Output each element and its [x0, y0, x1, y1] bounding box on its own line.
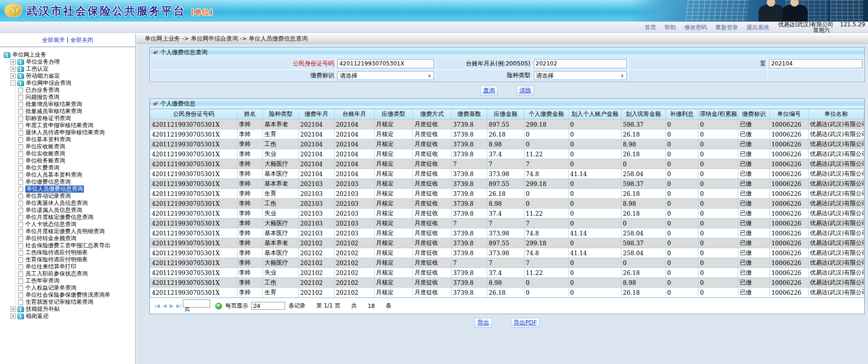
- table-cell: 基本养老: [263, 179, 299, 189]
- table-cell: 42011219930705301X: [150, 169, 237, 179]
- login-date: 121.5.29: [840, 21, 865, 28]
- table-cell: 10006226: [770, 120, 808, 129]
- clear-button[interactable]: 清除: [516, 86, 534, 96]
- table-cell: 失业: [263, 149, 299, 159]
- sidebar-item[interactable]: 个人卡状态信息查询: [18, 221, 134, 228]
- table-cell: 897.55: [487, 238, 524, 248]
- table-cell: 26.18: [621, 129, 665, 139]
- sidebar-item[interactable]: 单位人员基本资料查询: [18, 171, 134, 178]
- sidebar-item[interactable]: 工伤年审查询: [18, 277, 134, 284]
- expand-node-icon[interactable]: +: [10, 307, 16, 312]
- top-nav-link[interactable]: 重新登录: [715, 24, 738, 31]
- tree-branch[interactable]: +稳岗返还: [10, 313, 134, 320]
- table-cell: 月度征收: [413, 238, 451, 248]
- expand-all-link[interactable]: 全部展开: [42, 37, 65, 43]
- sidebar-item[interactable]: 单位税务账查询: [18, 157, 134, 164]
- per-page-input[interactable]: [251, 302, 285, 310]
- table-cell: 失业: [263, 268, 299, 278]
- collapse-node-icon[interactable]: -: [10, 81, 16, 86]
- sidebar-item[interactable]: 单位往来结算单打印: [18, 263, 134, 270]
- top-nav-link[interactable]: 修改密码: [684, 24, 707, 31]
- first-page-icon[interactable]: |◀: [155, 303, 159, 309]
- company-info: 优易达(武汉)有限公司121.5.29 星期六: [778, 22, 865, 33]
- tree-root[interactable]: 单位网上业务: [4, 51, 134, 58]
- sidebar-item[interactable]: 单位遗属人员信息查询: [18, 207, 134, 214]
- insurance-type-select[interactable]: 请选择∨: [534, 71, 627, 80]
- table-cell: 0: [665, 139, 698, 149]
- sidebar-item[interactable]: 单位月度核定缴费信息查询: [18, 214, 134, 221]
- table-cell: 月核定: [374, 288, 413, 298]
- prev-page-icon[interactable]: ◀: [163, 303, 166, 309]
- table-cell: 月核定: [374, 199, 413, 209]
- expand-node-icon[interactable]: +: [10, 73, 16, 79]
- tree-branch[interactable]: -单位网申综合查询: [10, 80, 134, 87]
- table-cell: 基本医疗: [263, 248, 299, 258]
- sidebar-item[interactable]: 单位缴费信息查询: [18, 178, 134, 186]
- id-number-input[interactable]: [337, 59, 434, 68]
- pay-flag-select[interactable]: 请选择∨: [337, 71, 434, 80]
- expand-node-icon[interactable]: +: [10, 314, 16, 319]
- tree-branch[interactable]: +工伤认定: [10, 65, 134, 73]
- sidebar-item[interactable]: 已办业务查询: [18, 87, 134, 94]
- sidebar-item[interactable]: 生育就医登记审核结果查询: [18, 299, 134, 306]
- table-cell: 月核定: [374, 129, 413, 139]
- query-button[interactable]: 查询: [480, 86, 498, 96]
- sidebar-item[interactable]: 生育保险待遇应付明细表: [18, 256, 134, 263]
- sidebar-item[interactable]: 年度工资申报审核结果查询: [18, 122, 134, 129]
- tree-branch[interactable]: +技能提升补贴: [10, 306, 134, 313]
- pagination-bar: |◀ ◀ ▶ ▶| 翻到第页 每页显示 条记录 第 1/1 页 共 18 条: [150, 298, 864, 314]
- table-cell: 0: [665, 189, 698, 199]
- sidebar-item[interactable]: 单位离退休人员信息查询: [18, 200, 134, 207]
- top-nav-link[interactable]: 退出系统: [746, 24, 769, 31]
- sidebar-item[interactable]: 单位应收账查询: [18, 143, 134, 150]
- last-page-icon[interactable]: ▶|: [176, 303, 181, 309]
- export-button[interactable]: 导出: [475, 318, 492, 328]
- table-cell: 月度征收: [413, 248, 451, 258]
- logo-text: SI: [9, 6, 18, 15]
- table-cell: 202103: [334, 228, 374, 238]
- table-cell: 已缴: [738, 179, 770, 189]
- expand-node-icon[interactable]: +: [10, 59, 16, 65]
- page-info: 第 1/1 页: [316, 302, 340, 310]
- tree-branch[interactable]: +单位业务办理: [10, 58, 134, 65]
- table-cell: 0: [698, 179, 738, 189]
- sidebar-item[interactable]: 员工入职前参保状态查询: [18, 270, 134, 277]
- sidebar-item[interactable]: 单位月度核定缴费人员明细查询: [18, 228, 134, 235]
- table-cell: 0: [698, 169, 738, 179]
- next-page-icon[interactable]: ▶: [170, 303, 173, 309]
- sidebar-item[interactable]: 单位人员缴费信息查询: [18, 186, 134, 193]
- sidebar-item[interactable]: 批量增员审核结果查询: [18, 101, 134, 108]
- table-row: 42011219930705301X李帅基本医疗202103202103月核定月…: [150, 228, 864, 238]
- export-pdf-button[interactable]: 导出PDF: [511, 318, 540, 328]
- sidebar-item[interactable]: 单位欠费查询: [18, 164, 134, 171]
- sidebar-item[interactable]: 单位待转金余额查询: [18, 235, 134, 242]
- sidebar-item[interactable]: 单位实收账查询: [18, 150, 134, 157]
- collapse-all-link[interactable]: 全部关闭: [71, 37, 93, 43]
- sidebar-item[interactable]: 问题报告查询: [18, 94, 134, 101]
- sidebar-item[interactable]: 个人权益记录单查询: [18, 284, 134, 291]
- table-cell: 10006226: [770, 238, 808, 248]
- sidebar-item[interactable]: 工伤保险待遇应付明细表: [18, 249, 134, 256]
- sidebar-item[interactable]: 社会保险缴费工资申报汇总表导出: [18, 242, 134, 249]
- sidebar-item[interactable]: 职称资格证书查询: [18, 115, 134, 122]
- expand-node-icon[interactable]: +: [10, 66, 16, 72]
- sidebar-item[interactable]: 单位社会保险参保缴费情况查询单: [18, 291, 134, 299]
- top-nav-link[interactable]: 首页: [645, 24, 656, 31]
- period-to-input[interactable]: [769, 59, 862, 68]
- period-from-input[interactable]: [534, 59, 627, 68]
- tree-branch[interactable]: +劳动能力鉴定: [10, 73, 134, 80]
- column-header: 缴费方式: [413, 109, 451, 120]
- document-icon: [18, 215, 23, 220]
- table-cell: 3739.8: [451, 169, 487, 179]
- table-cell: 月核定: [374, 268, 413, 278]
- goto-page-input[interactable]: [183, 299, 210, 307]
- sidebar-item-label: 单位人员基本资料查询: [25, 171, 82, 178]
- sidebar-item[interactable]: 单位异动记录查询: [18, 193, 134, 200]
- table-cell: 202103: [299, 199, 335, 209]
- sidebar-item[interactable]: 退休人员待遇申报审核结果查询: [18, 129, 134, 136]
- go-page-icon[interactable]: [215, 303, 222, 309]
- column-header: 划入统筹金额: [621, 109, 665, 120]
- top-nav-link[interactable]: 帮助: [664, 24, 676, 31]
- sidebar-item[interactable]: 批量减员审核结果查询: [18, 108, 134, 115]
- sidebar-item[interactable]: 单位基本资料查询: [18, 136, 134, 143]
